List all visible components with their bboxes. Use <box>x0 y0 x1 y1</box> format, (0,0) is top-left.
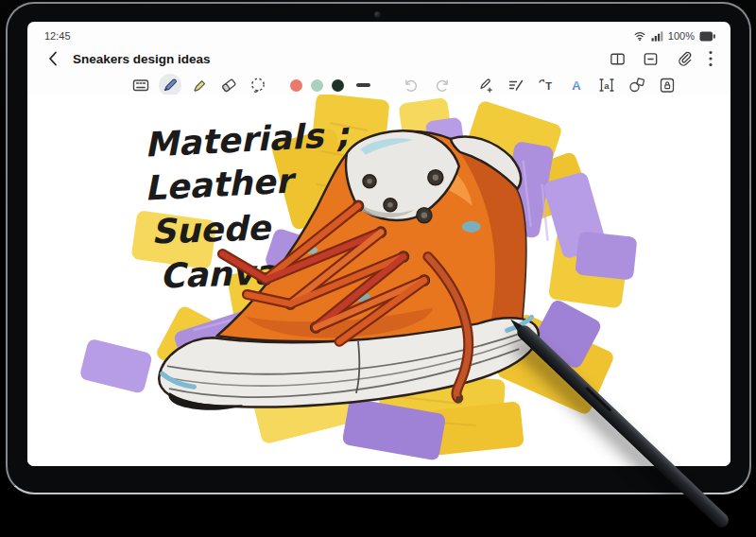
text-input-tool-button[interactable] <box>129 74 152 96</box>
note-canvas[interactable]: Materials ; Leather Suede Canvas <box>27 95 730 466</box>
signal-icon <box>651 30 663 42</box>
favorite-pens-button[interactable] <box>474 74 497 96</box>
svg-text:T: T <box>545 80 552 92</box>
more-options-icon[interactable] <box>708 50 713 67</box>
undo-button[interactable] <box>399 74 421 96</box>
status-bar: 12:45 <box>27 22 730 45</box>
clock: 12:45 <box>44 30 71 42</box>
convert-to-text-button[interactable]: T <box>535 74 558 96</box>
page-overview-icon[interactable] <box>642 50 660 68</box>
photo-background: 12:45 <box>0 0 756 537</box>
eraser-tool-button[interactable] <box>217 74 240 96</box>
svg-text:A: A <box>572 78 581 93</box>
page-lock-button[interactable] <box>656 74 679 96</box>
front-camera <box>374 11 381 18</box>
title-bar: Sneakers design ideas <box>27 45 730 72</box>
wifi-icon <box>633 30 646 42</box>
attach-icon[interactable] <box>675 50 693 68</box>
straighten-text-button[interactable]: a <box>595 74 618 96</box>
tablet-device: 12:45 <box>6 2 751 494</box>
battery-icon <box>699 31 715 42</box>
tablet-screen: 12:45 <box>27 22 730 466</box>
split-view-icon[interactable] <box>609 50 627 68</box>
redo-button[interactable] <box>431 74 454 96</box>
ai-assist-icon[interactable]: A <box>565 74 588 96</box>
svg-text:a: a <box>604 80 610 91</box>
back-button[interactable] <box>43 48 63 69</box>
lasso-select-tool-button[interactable] <box>247 74 269 96</box>
color-swatch-group <box>290 79 370 92</box>
svg-text:Leather: Leather <box>144 161 298 207</box>
handwriting-to-text-button[interactable] <box>505 74 527 96</box>
page-title: Sneakers design ideas <box>73 52 211 66</box>
pen-tool-button[interactable] <box>159 74 181 96</box>
highlighter-tool-button[interactable] <box>188 74 211 96</box>
color-swatch-mint[interactable] <box>311 79 323 92</box>
battery-percent: 100% <box>668 30 695 42</box>
stroke-thickness-button[interactable] <box>356 83 370 87</box>
color-swatch-dark-green[interactable] <box>332 79 344 92</box>
sneaker-illustration: Materials ; Leather Suede Canvas <box>27 95 730 466</box>
color-swatch-coral[interactable] <box>290 79 302 92</box>
svg-text:Suede: Suede <box>150 208 273 251</box>
shape-recognition-button[interactable] <box>626 74 648 96</box>
